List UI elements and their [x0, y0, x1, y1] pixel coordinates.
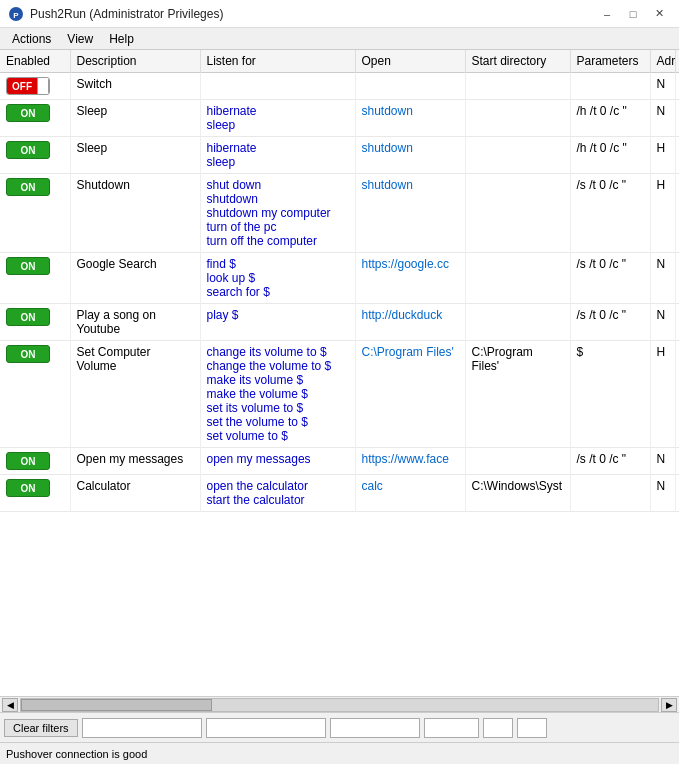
- cell-w: [675, 100, 679, 137]
- cell-enabled[interactable]: ON: [0, 304, 70, 341]
- scroll-right-btn[interactable]: ▶: [661, 698, 677, 712]
- cell-w: [675, 73, 679, 100]
- cell-w: [675, 174, 679, 253]
- cell-adr: N: [650, 100, 675, 137]
- menu-view[interactable]: View: [59, 30, 101, 47]
- cell-startdir: [465, 174, 570, 253]
- cell-enabled[interactable]: ON: [0, 341, 70, 448]
- rules-table: Enabled Description Listen for Open Star…: [0, 50, 679, 512]
- maximize-button[interactable]: □: [621, 5, 645, 23]
- toggle-switch[interactable]: ON: [6, 141, 50, 159]
- cell-params: $: [570, 341, 650, 448]
- cell-listen: [200, 73, 355, 100]
- cell-description: Calculator: [70, 475, 200, 512]
- open-text: shutdown: [362, 141, 413, 155]
- cell-enabled[interactable]: ON: [0, 100, 70, 137]
- cell-open: shutdown: [355, 174, 465, 253]
- col-header-listen: Listen for: [200, 50, 355, 73]
- cell-params: [570, 73, 650, 100]
- horizontal-scrollbar[interactable]: ◀ ▶: [0, 696, 679, 712]
- scroll-thumb[interactable]: [21, 699, 212, 711]
- table-row[interactable]: ONSleephibernatesleepshutdown/h /t 0 /c …: [0, 100, 679, 137]
- cell-enabled[interactable]: ON: [0, 475, 70, 512]
- cell-adr: N: [650, 304, 675, 341]
- cell-description: Play a song on Youtube: [70, 304, 200, 341]
- cell-params: /s /t 0 /c ": [570, 304, 650, 341]
- status-bar: Pushover connection is good: [0, 742, 679, 764]
- listen-text: hibernatesleep: [207, 104, 257, 132]
- cell-params: /s /t 0 /c ": [570, 448, 650, 475]
- table-row[interactable]: ONPlay a song on Youtubeplay $http://duc…: [0, 304, 679, 341]
- table-row[interactable]: OFF SwitchN: [0, 73, 679, 100]
- col-header-enabled: Enabled: [0, 50, 70, 73]
- cell-listen: hibernatesleep: [200, 137, 355, 174]
- cell-adr: N: [650, 253, 675, 304]
- cell-startdir: [465, 73, 570, 100]
- cell-open: https://google.cc: [355, 253, 465, 304]
- menu-help[interactable]: Help: [101, 30, 142, 47]
- minimize-button[interactable]: –: [595, 5, 619, 23]
- toggle-switch[interactable]: ON: [6, 178, 50, 196]
- toggle-switch[interactable]: ON: [6, 104, 50, 122]
- cell-w: [675, 448, 679, 475]
- listen-text: find $look up $search for $: [207, 257, 270, 299]
- col-header-w: W: [675, 50, 679, 73]
- open-text: shutdown: [362, 178, 413, 192]
- cell-description: Sleep: [70, 100, 200, 137]
- cell-enabled[interactable]: ON: [0, 174, 70, 253]
- table-row[interactable]: ONOpen my messagesopen my messageshttps:…: [0, 448, 679, 475]
- table-row[interactable]: ONGoogle Searchfind $look up $search for…: [0, 253, 679, 304]
- toggle-switch[interactable]: ON: [6, 308, 50, 326]
- cell-w: [675, 475, 679, 512]
- clear-filters-button[interactable]: Clear filters: [4, 719, 78, 737]
- cell-adr: H: [650, 341, 675, 448]
- listen-text: shut downshutdownshutdown my computertur…: [207, 178, 331, 248]
- window-controls: – □ ✕: [595, 5, 671, 23]
- table-row[interactable]: ONSleephibernatesleepshutdown/h /t 0 /c …: [0, 137, 679, 174]
- cell-open: shutdown: [355, 100, 465, 137]
- col-header-params: Parameters: [570, 50, 650, 73]
- cell-description: Set Computer Volume: [70, 341, 200, 448]
- cell-startdir: C:\Windows\Syst: [465, 475, 570, 512]
- filter-listen-input[interactable]: [206, 718, 326, 738]
- toggle-switch[interactable]: OFF: [6, 77, 50, 95]
- cell-enabled[interactable]: ON: [0, 137, 70, 174]
- open-text: C:\Program Files': [362, 345, 454, 359]
- filter-description-input[interactable]: [82, 718, 202, 738]
- cell-w: [675, 304, 679, 341]
- cell-description: Shutdown: [70, 174, 200, 253]
- title-bar: P Push2Run (Administrator Privileges) – …: [0, 0, 679, 28]
- toggle-switch[interactable]: ON: [6, 479, 50, 497]
- table-row[interactable]: ONSet Computer Volumechange its volume t…: [0, 341, 679, 448]
- filter-adr-input[interactable]: [483, 718, 513, 738]
- cell-enabled[interactable]: OFF: [0, 73, 70, 100]
- table-row[interactable]: ONCalculatoropen the calculatorstart the…: [0, 475, 679, 512]
- listen-text: open the calculatorstart the calculator: [207, 479, 308, 507]
- cell-enabled[interactable]: ON: [0, 448, 70, 475]
- listen-text: open my messages: [207, 452, 311, 466]
- cell-params: /h /t 0 /c ": [570, 137, 650, 174]
- filter-w-input[interactable]: [517, 718, 547, 738]
- scroll-left-btn[interactable]: ◀: [2, 698, 18, 712]
- menu-actions[interactable]: Actions: [4, 30, 59, 47]
- cell-startdir: [465, 253, 570, 304]
- cell-params: /h /t 0 /c ": [570, 100, 650, 137]
- title-bar-left: P Push2Run (Administrator Privileges): [8, 6, 223, 22]
- toggle-switch[interactable]: ON: [6, 257, 50, 275]
- filter-open-input[interactable]: [330, 718, 420, 738]
- cell-enabled[interactable]: ON: [0, 253, 70, 304]
- cell-w: [675, 253, 679, 304]
- cell-adr: N: [650, 73, 675, 100]
- close-button[interactable]: ✕: [647, 5, 671, 23]
- table-row[interactable]: ONShutdownshut downshutdownshutdown my c…: [0, 174, 679, 253]
- svg-text:P: P: [13, 10, 19, 19]
- toggle-switch[interactable]: ON: [6, 452, 50, 470]
- table-body: OFF SwitchN ONSleephibernatesleepshutdow…: [0, 73, 679, 512]
- cell-startdir: [465, 304, 570, 341]
- toggle-switch[interactable]: ON: [6, 345, 50, 363]
- filter-params-input[interactable]: [424, 718, 479, 738]
- col-header-startdir: Start directory: [465, 50, 570, 73]
- scroll-track[interactable]: [20, 698, 659, 712]
- filter-bar: Clear filters: [0, 712, 679, 742]
- cell-params: /s /t 0 /c ": [570, 253, 650, 304]
